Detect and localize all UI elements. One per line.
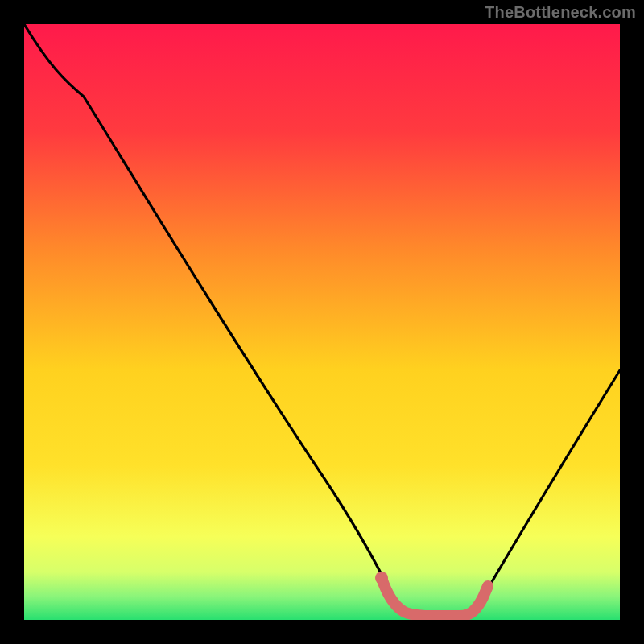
optimal-band-highlight — [382, 578, 488, 616]
bottleneck-curve — [24, 24, 620, 614]
attribution-label: TheBottleneck.com — [485, 3, 636, 22]
plot-area — [24, 24, 620, 620]
curve-layer — [24, 24, 620, 620]
optimal-start-dot — [375, 572, 388, 584]
chart-frame: TheBottleneck.com — [0, 0, 644, 644]
